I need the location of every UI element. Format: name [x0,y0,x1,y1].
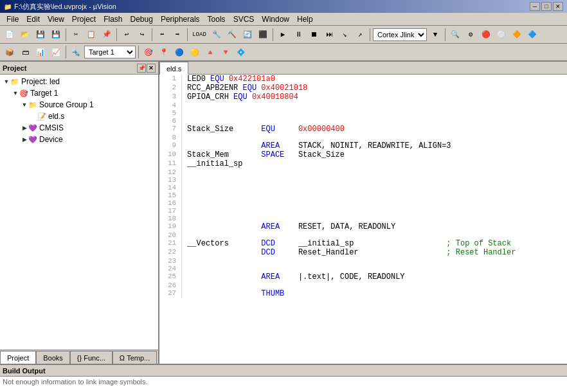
t2-btn4[interactable]: 📈 [49,45,63,59]
project-pin-btn[interactable]: 📌 [137,64,146,73]
menu-item-help[interactable]: Help [293,13,317,25]
btn-d2[interactable]: ⏸ [291,28,305,42]
line-code[interactable]: AREA |.text|, CODE, READONLY [182,272,567,281]
btn-d6[interactable]: ↗ [353,28,367,42]
line-code[interactable] [182,199,567,207]
btn-set[interactable]: ▼ [428,28,442,42]
new-file-btn[interactable]: 📄 [3,28,17,42]
t2-btn3[interactable]: 📊 [33,45,48,59]
open-btn[interactable]: 📂 [18,28,32,42]
line-code[interactable] [182,281,567,289]
paste-btn[interactable]: 📌 [100,28,114,42]
line-code[interactable]: __initial_sp [182,159,567,168]
menu-item-project[interactable]: Project [68,13,100,25]
menu-item-tools[interactable]: Tools [204,13,230,25]
menu-item-view[interactable]: View [44,13,68,25]
nav-back-btn[interactable]: ⬅ [155,28,169,42]
save-btn[interactable]: 💾 [33,28,48,42]
line-code[interactable] [182,176,567,184]
line-code[interactable] [182,134,567,141]
menu-item-peripherals[interactable]: Peripherals [157,13,204,25]
nav-fwd-btn[interactable]: ➡ [170,28,184,42]
btn-t2[interactable]: 🔨 [225,28,239,42]
line-code[interactable] [182,117,567,125]
line-code[interactable] [182,109,567,117]
t2-btn6[interactable]: 🎯 [141,45,156,59]
target-select[interactable]: Target 1 [84,46,136,58]
undo-btn[interactable]: ↩ [120,28,134,42]
line-code[interactable]: DCD Reset_Handler ; Reset Handler [182,248,567,257]
line-code[interactable] [182,102,567,109]
btn-d3[interactable]: ⏹ [307,28,321,42]
line-code[interactable]: LED0 EQU 0x422101a0 [182,75,567,84]
line-code[interactable] [182,257,567,265]
line-code[interactable]: THUMB [182,289,567,298]
t2-btn11[interactable]: 🔻 [219,45,233,59]
tree-item-0[interactable]: ▼📁Project: led [0,76,158,87]
line-code[interactable]: GPIOA_CRH EQU 0x40010804 [182,93,567,102]
menu-item-flash[interactable]: Flash [100,13,126,25]
t2-btn9[interactable]: 🟡 [188,45,202,59]
tree-expand-4[interactable]: ▶ [21,125,28,131]
bottom-tab-2[interactable]: {} Func... [70,351,113,364]
cut-btn[interactable]: ✂ [69,28,83,42]
line-code[interactable]: AREA STACK, NOINIT, READWRITE, ALIGN=3 [182,141,567,150]
tree-item-2[interactable]: ▼📁Source Group 1 [0,99,158,111]
copy-btn[interactable]: 📋 [84,28,98,42]
line-code[interactable]: Stack_Size EQU 0x00000400 [182,125,567,134]
tree-expand-5[interactable]: ▶ [21,136,28,143]
line-code[interactable] [182,184,567,192]
bottom-tab-3[interactable]: Ω Temp... [113,351,157,364]
tree-expand-2[interactable]: ▼ [21,102,28,108]
tree-item-5[interactable]: ▶💜Device [0,134,158,145]
menu-item-edit[interactable]: Edit [22,13,44,25]
tree-expand-0[interactable]: ▼ [3,78,10,85]
minimize-button[interactable]: ─ [530,2,540,11]
t2-btn7[interactable]: 📍 [157,45,171,59]
line-code[interactable]: RCC_APB2ENR EQU 0x40021018 [182,84,567,93]
load-btn[interactable]: LOAD [190,28,208,42]
line-code[interactable] [182,168,567,176]
t2-btn10[interactable]: 🔺 [203,45,217,59]
btn-d1[interactable]: ▶ [276,28,290,42]
btn-e6[interactable]: 🔷 [525,28,539,42]
menu-item-window[interactable]: Window [258,13,293,25]
tree-item-3[interactable]: 📝eld.s [0,111,158,122]
btn-e5[interactable]: 🔶 [510,28,524,42]
bottom-tab-1[interactable]: Books [36,351,70,364]
btn-e3[interactable]: 🔴 [479,28,493,42]
redo-btn[interactable]: ↪ [135,28,149,42]
code-area[interactable]: 1LED0 EQU 0x422101a02RCC_APB2ENR EQU 0x4… [159,75,567,364]
tree-item-1[interactable]: ▼🎯Target 1 [0,87,158,99]
t2-btn2[interactable]: 🗃 [18,45,32,59]
t2-btn8[interactable]: 🔵 [172,45,186,59]
line-code[interactable] [182,207,567,215]
btn-t1[interactable]: 🔧 [210,28,224,42]
close-button[interactable]: ✕ [553,2,563,11]
btn-e1[interactable]: 🔍 [448,28,462,42]
menu-item-debug[interactable]: Debug [127,13,157,25]
line-code[interactable] [182,231,567,239]
editor-tab-elds[interactable]: eld.s [159,62,188,75]
btn-t3[interactable]: 🔄 [240,28,255,42]
t2-btn12[interactable]: 💠 [234,45,248,59]
menu-item-svcs[interactable]: SVCS [230,13,258,25]
line-code[interactable]: Stack_Mem SPACE Stack_Size [182,150,567,159]
line-code[interactable] [182,215,567,222]
btn-d5[interactable]: ↘ [338,28,352,42]
project-close-btn[interactable]: ✕ [147,64,156,73]
btn-e4[interactable]: ⚪ [494,28,509,42]
maximize-button[interactable]: □ [541,2,552,11]
menu-item-file[interactable]: File [3,13,22,25]
line-code[interactable] [182,192,567,199]
tree-item-4[interactable]: ▶💜CMSIS [0,122,158,134]
btn-t4[interactable]: ⬛ [256,28,270,42]
cortex-select[interactable]: Cortex Jlink [373,28,427,41]
save-all-btn[interactable]: 💾 [49,28,63,42]
line-code[interactable]: AREA RESET, DATA, READONLY [182,222,567,231]
t2-btn5[interactable]: 🔩 [69,45,83,59]
bottom-tab-0[interactable]: Project [0,351,36,364]
tree-expand-1[interactable]: ▼ [12,90,19,96]
btn-d4[interactable]: ⏭ [322,28,336,42]
btn-e2[interactable]: ⚙ [464,28,478,42]
